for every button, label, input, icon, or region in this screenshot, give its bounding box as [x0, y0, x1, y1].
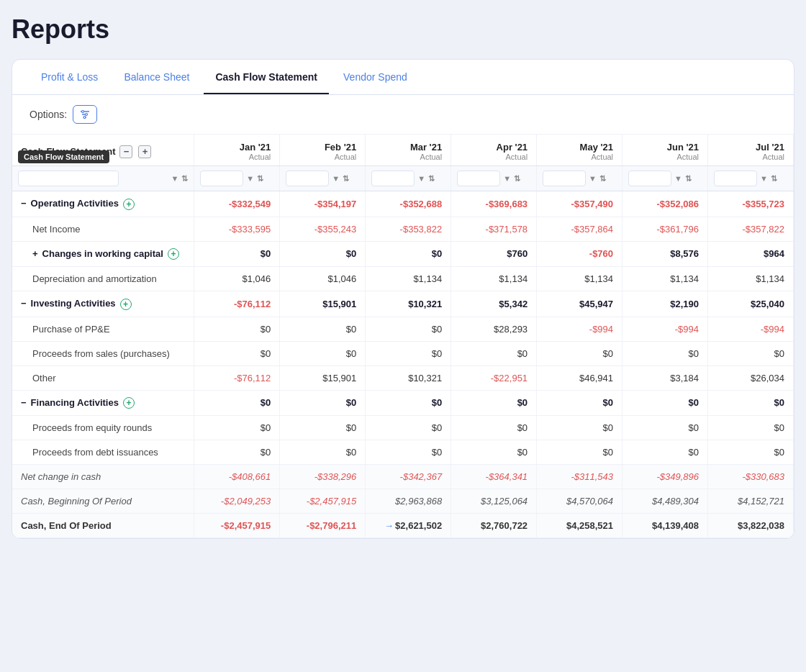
row-value: $10,321	[366, 365, 451, 390]
svg-point-5	[83, 117, 86, 119]
filter-icon-feb[interactable]: ▼	[332, 174, 340, 183]
filter-input-mar[interactable]	[371, 171, 415, 186]
table-row: Cash, Beginning Of Period-$2,049,253-$2,…	[12, 489, 794, 514]
tab-profit-loss[interactable]: Profit & Loss	[30, 60, 109, 94]
table-row: Cash, End Of Period-$2,457,915-$2,796,21…	[12, 514, 794, 538]
filter-col-mar: ▼ ⇅	[366, 166, 451, 191]
row-label: Proceeds from debt issuances	[12, 440, 194, 465]
table-row: −Operating Activities+-$332,549-$354,197…	[12, 191, 794, 217]
svg-point-4	[86, 114, 88, 116]
filter-input-may[interactable]	[543, 171, 586, 186]
row-value: $1,134	[451, 267, 537, 291]
filter-input-feb[interactable]	[286, 171, 329, 186]
add-subsection-btn[interactable]: +	[168, 248, 179, 260]
row-value: $1,134	[366, 267, 451, 291]
row-label: Purchase of PP&E	[12, 317, 194, 341]
sort-icon-may[interactable]: ⇅	[599, 174, 606, 183]
row-value: $25,040	[708, 291, 794, 317]
row-value: $26,034	[708, 365, 794, 390]
table-title-header: Cash Flow Statement − +	[12, 135, 194, 166]
row-value: $0	[708, 440, 794, 465]
row-label: Cash, Beginning Of Period	[12, 489, 194, 514]
tab-balance-sheet[interactable]: Balance Sheet	[112, 60, 201, 94]
sort-icon-jun[interactable]: ⇅	[685, 174, 692, 183]
row-value: -$352,688	[366, 191, 451, 217]
row-value: -$2,049,253	[194, 489, 280, 514]
filter-icon-jul[interactable]: ▼	[760, 174, 768, 183]
add-section-btn[interactable]: +	[123, 397, 135, 409]
filter-input-apr[interactable]	[457, 171, 500, 186]
sort-icon-apr[interactable]: ⇅	[514, 174, 520, 183]
filter-icon-mar[interactable]: ▼	[417, 174, 425, 183]
col-apr21: Apr '21 Actual	[451, 135, 537, 166]
col-feb21: Feb '21 Actual	[280, 135, 366, 166]
row-value: -$2,457,915	[194, 514, 280, 538]
page-container: Reports Profit & Loss Balance Sheet Cash…	[0, 0, 806, 553]
filter-input-jun[interactable]	[628, 171, 671, 186]
row-value: $0	[194, 440, 280, 465]
filter-input-label[interactable]	[18, 171, 119, 186]
row-value: $15,901	[280, 291, 366, 317]
row-value: $4,152,721	[708, 489, 794, 514]
expand-subsection-btn[interactable]: +	[32, 248, 38, 259]
row-value: -$369,683	[451, 191, 537, 217]
filter-icon-may[interactable]: ▼	[589, 174, 597, 183]
col-jun21: Jun '21 Actual	[622, 135, 708, 166]
row-value: -$364,341	[451, 465, 537, 489]
row-value: -$332,549	[194, 191, 280, 217]
sort-icon-feb[interactable]: ⇅	[343, 174, 349, 183]
filter-icon-apr[interactable]: ▼	[503, 174, 511, 183]
row-value: $2,190	[622, 291, 708, 317]
filter-icon-jun[interactable]: ▼	[674, 174, 682, 183]
filter-icon-jan[interactable]: ▼	[246, 174, 254, 183]
sort-icon-mar[interactable]: ⇅	[428, 174, 435, 183]
row-value: $0	[708, 416, 794, 440]
row-value: -$994	[708, 317, 794, 341]
row-value: $0	[366, 390, 451, 416]
collapse-section-btn[interactable]: −	[21, 298, 27, 309]
filter-row: Cash Flow Statement ▼ ⇅ ▼ ⇅	[12, 166, 794, 191]
row-value: $46,941	[537, 365, 622, 390]
tab-cash-flow[interactable]: Cash Flow Statement	[204, 60, 329, 94]
row-value: $0	[622, 390, 708, 416]
row-value: -$333,595	[194, 217, 280, 241]
row-value: $0	[451, 341, 537, 365]
row-value: -$371,578	[451, 217, 537, 241]
expand-btn[interactable]: +	[138, 145, 151, 158]
filter-input-jan[interactable]	[200, 171, 243, 186]
filter-input-jul[interactable]	[714, 171, 757, 186]
row-label: Cash, End Of Period	[12, 514, 194, 538]
row-value: -$994	[622, 317, 708, 341]
sort-icon-label[interactable]: ⇅	[181, 174, 188, 183]
row-value: -$355,723	[708, 191, 794, 217]
row-value: $0	[280, 341, 366, 365]
collapse-section-btn[interactable]: −	[21, 397, 27, 408]
row-value: $0	[280, 390, 366, 416]
filter-col-label: Cash Flow Statement ▼ ⇅	[12, 166, 194, 191]
row-value: $760	[451, 241, 537, 267]
table-row: Proceeds from debt issuances$0$0$0$0$0$0…	[12, 440, 794, 465]
collapse-section-btn[interactable]: −	[21, 198, 27, 209]
add-section-btn[interactable]: +	[123, 199, 135, 210]
row-label: Proceeds from sales (purchases)	[12, 341, 194, 365]
sort-icon-jul[interactable]: ⇅	[771, 174, 777, 183]
options-button[interactable]	[73, 105, 97, 124]
row-value: -$408,661	[194, 465, 280, 489]
table-row: −Financing Activities+$0$0$0$0$0$0$0	[12, 390, 794, 416]
row-value: $0	[280, 241, 366, 267]
link-arrow[interactable]: →	[384, 520, 394, 531]
tab-vendor-spend[interactable]: Vendor Spend	[332, 60, 419, 94]
row-value: $3,125,064	[451, 489, 537, 514]
row-value: $2,760,722	[451, 514, 537, 538]
filter-icon-label[interactable]: ▼	[171, 174, 178, 183]
row-value: $3,184	[622, 365, 708, 390]
row-label: −Operating Activities+	[12, 191, 194, 217]
col-mar21: Mar '21 Actual	[366, 135, 451, 166]
sort-icon-jan[interactable]: ⇅	[257, 174, 263, 183]
row-value: $1,046	[194, 267, 280, 291]
row-label: Other	[12, 365, 194, 390]
collapse-btn[interactable]: −	[119, 145, 132, 158]
filter-col-feb: ▼ ⇅	[280, 166, 366, 191]
add-section-btn[interactable]: +	[120, 299, 132, 310]
filter-col-apr: ▼ ⇅	[451, 166, 537, 191]
